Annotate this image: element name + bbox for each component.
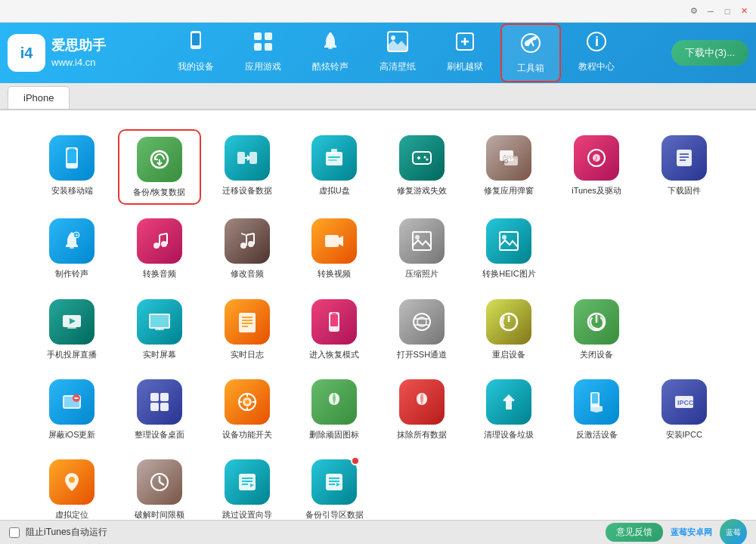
tool-item-backup-partition[interactable]: 备份引导区数据 <box>293 453 376 520</box>
tool-item-install-app[interactable]: 安装移动端 <box>30 129 114 205</box>
tool-item-fix-game[interactable]: 修复游戏失效 <box>380 129 464 205</box>
tool-item-migrate-data[interactable]: 迁移设备数据 <box>205 129 289 205</box>
tool-item-ssh-tunnel[interactable]: 打开SSH通道 <box>380 293 464 366</box>
nav-item-apps-games[interactable]: 应用游戏 <box>231 23 295 82</box>
tool-icon-skip-setup <box>225 459 270 505</box>
window-controls: ⚙ ─ □ ✕ <box>688 5 750 17</box>
badge-backup-partition <box>351 456 360 465</box>
maximize-icon[interactable]: □ <box>721 5 733 17</box>
svg-rect-7 <box>328 48 333 49</box>
svg-rect-16 <box>67 150 76 163</box>
tool-label-shutdown: 关闭设备 <box>580 349 613 360</box>
tool-item-deactivate[interactable]: 反激活设备 <box>555 373 639 446</box>
tool-icon-block-update <box>49 379 94 425</box>
tool-icon-fix-game <box>399 135 445 181</box>
svg-rect-43 <box>70 247 74 249</box>
tool-item-block-update[interactable]: 屏蔽iOS更新 <box>30 373 114 446</box>
nav-item-jailbreak[interactable]: 刷机越狱 <box>433 23 497 82</box>
nav-item-my-device[interactable]: 我的设备 <box>164 23 228 82</box>
tool-item-itunes-driver[interactable]: ♪♪iTunes及驱动 <box>555 129 639 205</box>
close-icon[interactable]: ✕ <box>738 5 750 17</box>
svg-rect-6 <box>265 43 272 51</box>
tool-icon-convert-video <box>311 218 357 264</box>
nav-item-tutorials[interactable]: i 教程中心 <box>565 23 628 82</box>
tool-label-edit-audio: 修改音频 <box>231 268 264 279</box>
nav-label-toolbox: 工具箱 <box>517 62 544 75</box>
tool-item-clean-junk[interactable]: 清理设备垃圾 <box>467 373 551 446</box>
nav-item-wallpaper[interactable]: 高清壁纸 <box>366 23 429 82</box>
tool-label-deactivate: 反激活设备 <box>576 429 618 440</box>
tool-item-shutdown[interactable]: 关闭设备 <box>555 293 639 366</box>
tool-icon-clean-junk <box>486 379 531 425</box>
tool-item-reboot[interactable]: 重启设备 <box>467 293 551 366</box>
svg-line-50 <box>160 233 167 235</box>
tool-label-install-ipcc: 安装IPCC <box>666 429 702 440</box>
tool-item-recovery-mode[interactable]: 进入恢复模式 <box>293 293 376 366</box>
tool-label-backup-partition: 备份引导区数据 <box>305 509 364 520</box>
svg-rect-75 <box>330 314 338 326</box>
empty-cell <box>467 453 551 520</box>
tool-item-virtual-udisk[interactable]: 虚拟U盘 <box>293 129 376 205</box>
nav-item-ringtones[interactable]: 酷炫铃声 <box>299 23 362 82</box>
feedback-button[interactable]: 意见反馈 <box>606 523 663 542</box>
tool-label-fix-game: 修复游戏失效 <box>397 185 447 196</box>
nav-icon-wallpaper <box>386 29 410 57</box>
tool-label-block-update: 屏蔽iOS更新 <box>48 429 95 440</box>
nav-items: 我的设备 应用游戏 酷炫铃声 高清壁纸 刷机越狱 工具箱 i 教程中心 <box>121 23 671 82</box>
svg-point-61 <box>502 235 507 240</box>
itunes-checkbox[interactable] <box>9 527 20 538</box>
tool-item-delete-icon[interactable]: 删除顽固图标 <box>293 373 376 446</box>
tool-item-convert-audio[interactable]: 转换音频 <box>118 212 202 285</box>
svg-rect-22 <box>249 152 257 164</box>
tool-label-screen-mirror: 手机投屏直播 <box>47 349 97 360</box>
nav-label-ringtones: 酷炫铃声 <box>312 60 349 73</box>
nav-label-wallpaper: 高清壁纸 <box>380 60 416 73</box>
tool-icon-install-app <box>49 135 94 181</box>
svg-line-56 <box>241 233 246 235</box>
nav-item-toolbox[interactable]: 工具箱 <box>500 23 561 82</box>
tool-icon-realtime-screen <box>137 299 182 345</box>
svg-rect-57 <box>325 235 339 247</box>
tool-icon-backup-partition <box>311 459 357 505</box>
tool-icon-shutdown <box>574 299 619 345</box>
tool-item-screen-mirror[interactable]: 手机投屏直播 <box>30 293 114 366</box>
tool-item-realtime-log[interactable]: 实时日志 <box>205 293 289 366</box>
download-button[interactable]: 下载中(3)... <box>671 40 748 66</box>
tool-item-break-time[interactable]: 破解时间限额 <box>118 453 202 520</box>
svg-point-10 <box>391 36 395 40</box>
tool-item-install-ipcc[interactable]: IPCC安装IPCC <box>642 373 726 446</box>
empty-cell <box>642 293 726 366</box>
tool-item-organize-desktop[interactable]: 整理设备桌面 <box>118 373 202 446</box>
svg-rect-26 <box>328 159 337 161</box>
tool-item-compress-photo[interactable]: 压缩照片 <box>380 212 464 285</box>
watermark-avatar: 蓝莓 <box>720 519 747 545</box>
tool-item-device-toggle[interactable]: 设备功能开关 <box>205 373 289 446</box>
settings-icon[interactable]: ⚙ <box>688 5 700 17</box>
svg-rect-64 <box>67 327 76 329</box>
svg-rect-58 <box>413 232 431 250</box>
tool-item-make-ringtone[interactable]: +制作铃声 <box>30 212 114 285</box>
tool-label-realtime-log: 实时日志 <box>231 349 264 360</box>
tool-item-convert-heic[interactable]: 转换HEIC图片 <box>467 212 551 285</box>
tool-item-realtime-screen[interactable]: 实时屏幕 <box>118 293 202 366</box>
tool-label-delete-icon: 删除顽固图标 <box>309 429 359 440</box>
tool-item-edit-audio[interactable]: 修改音频 <box>205 212 289 285</box>
empty-cell <box>555 453 639 520</box>
tool-item-firmware[interactable]: 下载固件 <box>642 129 726 205</box>
tool-item-wipe-data[interactable]: 抹除所有数据 <box>380 373 464 446</box>
tool-item-skip-setup[interactable]: 跳过设置向导 <box>205 453 289 520</box>
iphone-tab[interactable]: iPhone <box>8 86 70 109</box>
svg-rect-3 <box>254 32 262 40</box>
nav-label-tutorials: 教程中心 <box>578 60 615 73</box>
tool-icon-migrate-data <box>225 135 270 181</box>
tool-label-firmware: 下载固件 <box>668 185 701 196</box>
minimize-icon[interactable]: ─ <box>705 5 717 17</box>
tool-item-convert-video[interactable]: 转换视频 <box>293 212 376 285</box>
watermark: 蓝莓安卓网 <box>671 527 712 538</box>
tool-item-backup-restore[interactable]: 备份/恢复数据 <box>118 129 202 205</box>
tool-label-skip-setup: 跳过设置向导 <box>222 509 272 520</box>
tool-item-fix-popup[interactable]: AppleID修复应用弹窗 <box>467 129 551 205</box>
tool-item-fake-location[interactable]: 虚拟定位 <box>30 453 114 520</box>
tool-label-ssh-tunnel: 打开SSH通道 <box>397 349 448 360</box>
title-bar: ⚙ ─ □ ✕ <box>0 0 756 23</box>
